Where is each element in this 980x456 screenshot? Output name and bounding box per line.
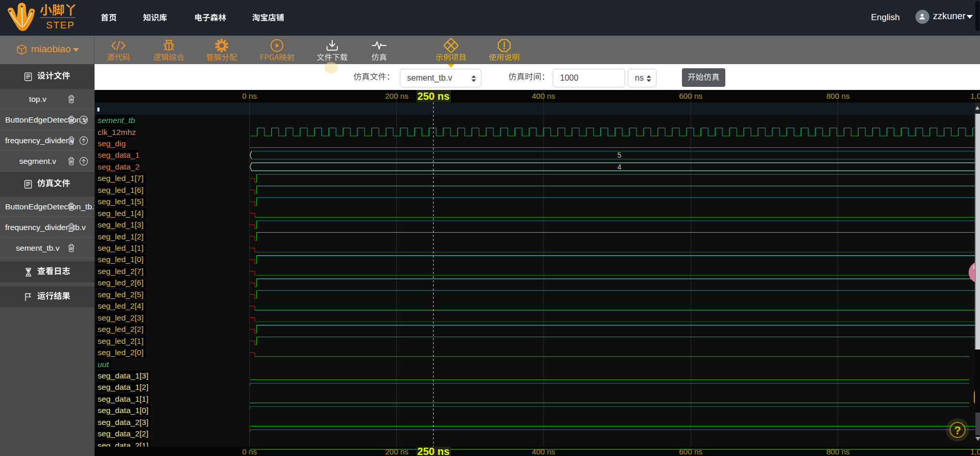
svg-text:seg_dig: seg_dig bbox=[98, 139, 126, 148]
svg-text:1,000 ns: 1,000 ns bbox=[970, 447, 980, 456]
svg-text:0 ns: 0 ns bbox=[242, 447, 257, 456]
svg-text:clk_12mhz: clk_12mhz bbox=[98, 128, 136, 136]
svg-text:seg_data_1[3]: seg_data_1[3] bbox=[98, 371, 148, 380]
svg-text:seg_led_1[6]: seg_led_1[6] bbox=[98, 186, 144, 194]
svg-text:4: 4 bbox=[617, 163, 621, 171]
svg-text:250 ns: 250 ns bbox=[417, 90, 449, 102]
svg-text:seg_data_2[2]: seg_data_2[2] bbox=[98, 429, 148, 438]
svg-text:seg_led_2[7]: seg_led_2[7] bbox=[98, 267, 144, 276]
svg-text:seg_data_2[3]: seg_data_2[3] bbox=[98, 418, 148, 427]
svg-text:seg_led_2[2]: seg_led_2[2] bbox=[98, 325, 144, 333]
svg-text:400 ns: 400 ns bbox=[532, 92, 555, 100]
svg-text:600 ns: 600 ns bbox=[679, 92, 702, 100]
svg-text:seg_led_1[0]: seg_led_1[0] bbox=[98, 255, 144, 264]
svg-text:seg_data_2: seg_data_2 bbox=[98, 162, 139, 171]
svg-text:250 ns: 250 ns bbox=[417, 446, 449, 456]
svg-text:0 ns: 0 ns bbox=[242, 92, 257, 100]
svg-text:200 ns: 200 ns bbox=[385, 92, 408, 100]
svg-text:uut: uut bbox=[98, 360, 109, 369]
svg-text:seg_led_2[0]: seg_led_2[0] bbox=[98, 348, 144, 357]
svg-text:800 ns: 800 ns bbox=[826, 92, 849, 100]
svg-text:seg_led_2[5]: seg_led_2[5] bbox=[98, 290, 144, 299]
svg-text:seg_led_1[4]: seg_led_1[4] bbox=[98, 209, 144, 218]
svg-text:seg_led_1[7]: seg_led_1[7] bbox=[98, 174, 144, 183]
svg-text:600 ns: 600 ns bbox=[679, 447, 702, 456]
svg-text:200 ns: 200 ns bbox=[385, 447, 408, 456]
svg-text:seg_led_2[3]: seg_led_2[3] bbox=[98, 313, 144, 322]
svg-text:seg_data_1[1]: seg_data_1[1] bbox=[98, 394, 148, 403]
svg-text:seg_data_1: seg_data_1 bbox=[98, 150, 139, 159]
svg-text:1,000 ns: 1,000 ns bbox=[970, 92, 980, 100]
svg-text:seg_led_1[3]: seg_led_1[3] bbox=[98, 220, 144, 229]
svg-text:seg_led_1[1]: seg_led_1[1] bbox=[98, 244, 144, 252]
svg-text:seg_led_1[2]: seg_led_1[2] bbox=[98, 232, 144, 241]
svg-text:seg_data_1[0]: seg_data_1[0] bbox=[98, 406, 148, 415]
svg-text:seg_led_1[5]: seg_led_1[5] bbox=[98, 197, 144, 206]
svg-text:sement_tb: sement_tb bbox=[98, 116, 135, 125]
svg-text:seg_led_2[4]: seg_led_2[4] bbox=[98, 301, 144, 310]
svg-text:5: 5 bbox=[617, 151, 621, 159]
svg-text:400 ns: 400 ns bbox=[532, 447, 555, 456]
svg-text:seg_data_1[2]: seg_data_1[2] bbox=[98, 383, 148, 391]
svg-text:seg_led_2[1]: seg_led_2[1] bbox=[98, 337, 144, 345]
svg-text:seg_led_2[6]: seg_led_2[6] bbox=[98, 278, 144, 287]
svg-text:800 ns: 800 ns bbox=[826, 447, 849, 456]
